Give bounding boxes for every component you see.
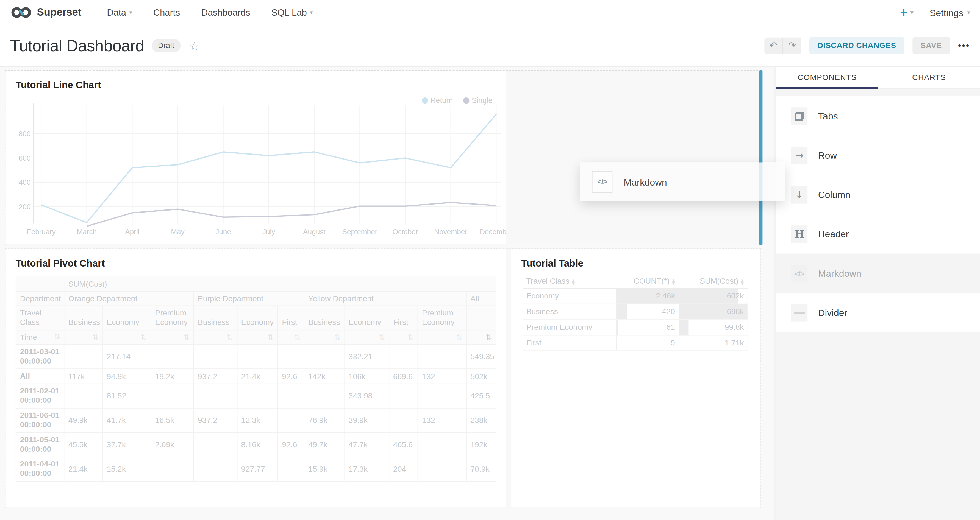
table-row: 2011-02-01 00:00:0081.52343.98425.5 [16,384,496,408]
pivot-value-cell: 45.5k [64,433,102,457]
pivot-sort-cell[interactable]: ⇅ [151,330,194,344]
pivot-value-cell [389,408,418,433]
pivot-sort-cell[interactable]: ⇅ [389,330,418,344]
sort-caret-icon[interactable]: ▲▼ [741,278,744,285]
pivot-sort-cell[interactable]: ⇅ [64,330,102,344]
class-col-header: Premium Economy [151,306,194,330]
nav-item-charts[interactable]: Charts [143,0,191,25]
favorite-star-icon[interactable]: ☆ [189,39,199,52]
nav-item-sql-lab[interactable]: SQL Lab▾ [261,0,323,25]
nav-menu: Data▾ChartsDashboardsSQL Lab▾ [96,0,323,25]
pivot-value-cell: 19.2k [151,369,194,384]
legend-dot [422,97,428,104]
sort-icon[interactable]: ⇅ [227,334,233,341]
pivot-value-cell: 106k [345,369,389,384]
sort-icon[interactable]: ⇅ [485,334,492,341]
legend-item-single[interactable]: Single [463,96,493,105]
sidebar-item-header[interactable]: HHeader [776,214,980,254]
drag-preview-markdown[interactable]: </> Markdown [580,162,785,201]
sidebar-item-markdown[interactable]: </>Markdown [776,254,980,293]
column-header-travel-class[interactable]: Travel Class▲▼ [523,274,616,288]
column-header-sum-cost[interactable]: SUM(Cost)▲▼ [679,274,748,288]
redo-button[interactable]: ↷ [783,37,801,54]
pivot-sort-cell[interactable]: ⇅ [345,330,389,344]
pivot-value-cell: 937.2 [194,369,237,384]
pivot-row-header: 2011-02-01 00:00:00 [16,384,64,408]
department-label: Department [16,291,64,306]
sort-caret-icon[interactable]: ▲▼ [672,278,675,285]
class-col-header: First [278,306,304,330]
pivot-sort-cell[interactable]: ⇅ [194,330,237,344]
pivot-value-cell [64,384,102,408]
pivot-value-cell: 927.77 [237,457,278,481]
pivot-value-cell [194,344,237,369]
pivot-row-header: 2011-03-01 00:00:00 [16,344,64,369]
superset-logo[interactable]: Superset [10,5,81,19]
table-row: 2011-06-01 00:00:0049.9k41.7k16.5k937.21… [16,408,496,433]
legend-item-return[interactable]: Return [422,96,453,105]
chart-title: Tutorial Pivot Chart [16,258,105,270]
column-header-label: SUM(Cost) [700,277,738,285]
nav-item-data[interactable]: Data▾ [96,0,143,25]
sort-icon[interactable]: ⇅ [267,334,274,341]
sidebar-item-tabs[interactable]: Tabs [776,96,980,135]
pivot-value-cell: 343.98 [345,384,389,408]
pivot-sort-cell[interactable]: ⇅ [304,330,344,344]
sidebar-item-label: Tabs [818,111,838,121]
pivot-value-cell: 81.52 [103,384,151,408]
caret-down: ▼ [741,281,744,284]
tab-components[interactable]: COMPONENTS [776,67,878,88]
travel-class-cell: First [523,335,616,350]
sort-icon[interactable]: ⇅ [92,334,99,341]
sort-caret-icon[interactable]: ▲▼ [572,278,575,285]
discard-changes-button[interactable]: DISCARD CHANGES [810,37,904,54]
svg-text:December: December [480,228,506,236]
class-col-header: Economy [345,306,389,330]
pivot-sort-cell[interactable]: ⇅ [278,330,304,344]
pivot-value-cell: 92.6 [278,433,304,457]
time-label[interactable]: Time⇅ [16,330,64,344]
table-header-row: Travel Class▲▼COUNT(*)▲▼SUM(Cost)▲▼ [523,274,748,288]
sidebar-item-column[interactable]: ↓Column [776,175,980,214]
nav-item-dashboards[interactable]: Dashboards [191,0,261,25]
sort-icon[interactable]: ⇅ [379,334,385,341]
sidebar-item-divider[interactable]: Divider [776,293,980,332]
pivot-sort-cell[interactable]: ⇅ [103,330,151,344]
tab-charts[interactable]: CHARTS [878,67,980,88]
pivot-value-cell [237,344,278,369]
column-header-label: COUNT(*) [633,277,670,285]
tabs-icon [791,107,807,125]
sort-icon[interactable]: ⇅ [183,334,189,341]
svg-text:800: 800 [19,130,31,138]
line-chart-card[interactable]: Tutorial Line Chart ReturnSingle Februar… [5,71,506,244]
sort-icon[interactable]: ⇅ [54,333,60,341]
sort-icon[interactable]: ⇅ [294,334,300,341]
pivot-sort-cell[interactable]: ⇅ [237,330,278,344]
pivot-metric-label: SUM(Cost) [64,277,496,291]
pivot-sort-cell[interactable]: ⇅ [418,330,466,344]
new-item-button[interactable]: + ▾ [900,5,913,19]
overflow-menu-button[interactable]: ••• [958,41,970,51]
pivot-value-cell: 76.9k [304,408,344,433]
navbar-right: + ▾ Settings ▾ [900,5,970,19]
page-title[interactable]: Tutorial Dashboard [10,36,144,55]
sort-icon[interactable]: ⇅ [456,334,462,341]
sort-icon[interactable]: ⇅ [141,334,147,341]
table-chart-card[interactable]: Tutorial Table Travel Class▲▼COUNT(*)▲▼S… [511,249,760,507]
chevron-down-icon: ▾ [967,10,970,16]
save-button[interactable]: SAVE [912,37,950,54]
sidebar-item-row[interactable]: →Row [776,136,980,175]
pivot-chart-card[interactable]: Tutorial Pivot Chart SUM(Cost)Department… [5,249,506,507]
sort-icon[interactable]: ⇅ [408,334,414,341]
column-header-label: Travel Class [526,277,569,285]
pivot-value-cell: 937.2 [194,408,237,433]
sort-icon[interactable]: ⇅ [334,334,340,341]
undo-button[interactable]: ↶ [764,37,783,54]
nav-item-label: Dashboards [201,8,250,17]
pivot-value-cell: 37.7k [103,433,151,457]
plus-icon: + [900,5,907,19]
settings-menu[interactable]: Settings ▾ [929,7,970,18]
pivot-sort-cell[interactable]: ⇅ [466,330,496,344]
column-header-count[interactable]: COUNT(*)▲▼ [616,274,679,288]
count-cell: 2.46k [616,288,679,304]
